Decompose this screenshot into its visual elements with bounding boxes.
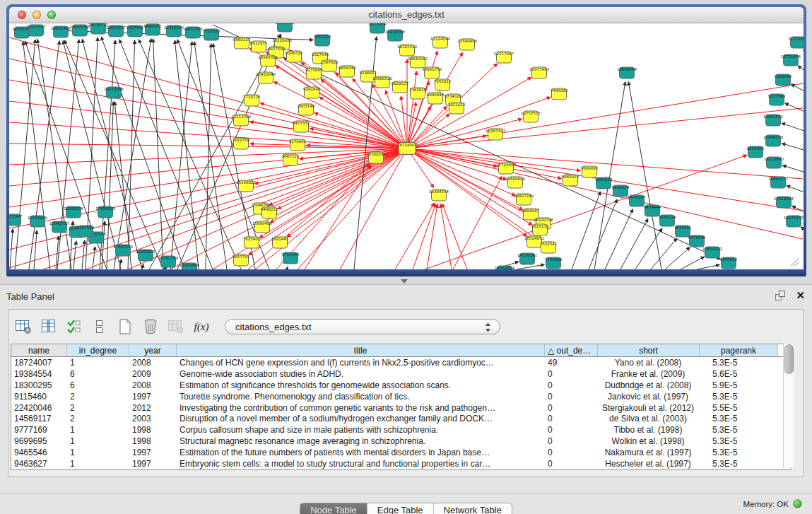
column-header-out_degree[interactable]: △ out_de…	[545, 344, 598, 356]
graph-node[interactable]: 11171952	[788, 37, 804, 48]
graph-node[interactable]: 14136141	[517, 253, 537, 264]
graph-node[interactable]: 15692971	[768, 177, 788, 188]
graph-node[interactable]: 8990448	[427, 93, 445, 104]
graph-node[interactable]: 9716485	[282, 252, 300, 264]
graph-node[interactable]: 20206576	[64, 206, 83, 218]
graph-node[interactable]: 9175685	[305, 68, 323, 79]
graph-node[interactable]: 12156829	[28, 216, 47, 227]
row-select-icon[interactable]	[65, 317, 83, 336]
graph-node[interactable]: 10653287	[106, 25, 126, 37]
graph-node[interactable]: 18807249	[514, 194, 534, 205]
graph-node[interactable]: 12923468	[180, 263, 199, 269]
table-settings-icon[interactable]	[14, 317, 33, 336]
graph-node[interactable]: 19565358	[70, 25, 90, 36]
graph-node[interactable]: 3315947	[9, 214, 23, 226]
graph-node[interactable]: 8667110	[282, 154, 300, 165]
graph-node[interactable]: 12444158	[763, 135, 783, 146]
graph-node[interactable]: 7955812	[434, 79, 452, 90]
graph-node[interactable]: 15751074	[781, 54, 801, 66]
graph-node[interactable]: 10167427	[486, 129, 505, 140]
graph-node[interactable]: 18724007	[397, 143, 417, 155]
graph-node[interactable]: 8822037	[392, 81, 409, 93]
canvas-resize-handle[interactable]	[789, 258, 799, 267]
graph-node[interactable]: 16543382	[258, 55, 278, 66]
graph-node[interactable]: 7857224	[314, 35, 331, 46]
table-row[interactable]: 1872400712008Changes of HCN gene express…	[11, 357, 791, 368]
graph-node[interactable]: 1840934	[595, 177, 613, 189]
graph-node[interactable]: 7625402	[243, 237, 261, 248]
cell-mode-icon[interactable]	[90, 317, 109, 336]
graph-node[interactable]: 9498222	[261, 207, 278, 218]
graph-node[interactable]: 11548498	[457, 39, 477, 50]
graph-node[interactable]: 18569914	[495, 266, 514, 269]
graph-node[interactable]: 18076311	[88, 23, 108, 34]
graph-node[interactable]: 7515523	[203, 29, 220, 40]
graph-node[interactable]: 16033809	[275, 23, 295, 32]
graph-node[interactable]: 16648784	[617, 67, 637, 78]
graph-node[interactable]: 2803144	[298, 104, 315, 115]
graph-node[interactable]: 15699489	[252, 221, 272, 233]
graph-node[interactable]: 10973493	[529, 67, 549, 78]
graph-node[interactable]: 15166827	[236, 180, 256, 192]
graph-node[interactable]: 9242848	[303, 87, 321, 98]
graph-node[interactable]: 12213399	[231, 115, 251, 126]
column-header-in_degree[interactable]: in_degree	[67, 344, 129, 356]
graph-node[interactable]: 9245652	[720, 257, 738, 269]
column-header-short[interactable]: short	[598, 344, 700, 356]
column-header-pagerank[interactable]: pagerank	[700, 344, 778, 356]
new-table-icon[interactable]	[116, 317, 134, 336]
table-row[interactable]: 1456911722003Disruption of a novel membe…	[11, 413, 791, 424]
graph-node[interactable]: 16782759	[158, 256, 178, 267]
delete-table-icon[interactable]	[141, 317, 160, 336]
graph-node[interactable]: 2935114	[659, 215, 676, 226]
graph-node[interactable]: 10719155	[164, 25, 184, 37]
table-row[interactable]: 946554611997Estimation of the future num…	[11, 447, 791, 458]
graph-node[interactable]: 20313557	[26, 25, 46, 36]
graph-node[interactable]: 8454749	[339, 66, 356, 77]
graph-node[interactable]: 12217987	[494, 52, 514, 63]
table-select-dropdown[interactable]: citations_edges.txt	[225, 319, 500, 334]
scrollbar-thumb[interactable]	[784, 344, 794, 374]
graph-node[interactable]: 12093582	[763, 115, 783, 126]
graph-node[interactable]: 8427552	[293, 121, 310, 132]
window-titlebar[interactable]: citations_edges.txt	[9, 7, 804, 23]
column-header-year[interactable]: year	[129, 344, 177, 356]
graph-node[interactable]: 1362615	[409, 88, 427, 99]
graph-node[interactable]: 20891406	[51, 26, 71, 37]
graph-node[interactable]: 19384554	[429, 189, 449, 201]
graph-node[interactable]: 9397588	[77, 226, 95, 237]
table-row[interactable]: 977716911998Corpus callosum shape and si…	[11, 424, 791, 436]
graph-node[interactable]: 8186328	[286, 51, 303, 62]
graph-node[interactable]: 1527602	[126, 25, 144, 37]
graph-node[interactable]: 11675337	[784, 216, 804, 227]
graph-node[interactable]: 8215955	[747, 146, 765, 158]
graph-node[interactable]: 18325419	[397, 45, 417, 56]
graph-node[interactable]: 9170041	[289, 139, 307, 151]
table-row[interactable]: 911546021997Tourette syndrome. Phenomeno…	[11, 391, 791, 402]
graph-node[interactable]: 1691443	[271, 237, 289, 248]
table-row[interactable]: 946362711997Embryonic stem cells: a mode…	[11, 458, 791, 469]
graph-node[interactable]: 1615132	[531, 224, 549, 235]
graph-node[interactable]: 15688520	[372, 76, 392, 88]
graph-node[interactable]: 1810754	[233, 138, 250, 149]
graph-node[interactable]: 1733426	[545, 257, 563, 269]
graph-node[interactable]: 12942757	[49, 221, 69, 233]
close-panel-icon[interactable]: ✕	[796, 290, 805, 301]
graph-node[interactable]: 16210643	[764, 157, 784, 168]
graph-node[interactable]: 16671355	[183, 27, 203, 38]
graph-node[interactable]: 9699695	[581, 166, 599, 177]
graph-node[interactable]: 12124549	[430, 37, 450, 48]
graph-node[interactable]: 2367608	[321, 60, 339, 71]
graph-node[interactable]: 18640910	[408, 57, 428, 68]
column-header-title[interactable]: title	[177, 344, 545, 356]
graph-node[interactable]: 8938924	[612, 185, 630, 197]
graph-node[interactable]: 10958107	[136, 250, 155, 261]
table-row[interactable]: 1938455462009Genome-wide association stu…	[11, 368, 791, 380]
graph-node[interactable]: 2522541	[540, 242, 558, 253]
graph-node[interactable]: 8660123	[233, 37, 251, 49]
graph-node[interactable]: 10688609	[505, 177, 525, 188]
graph-node[interactable]: 19218596	[385, 30, 405, 41]
graph-node[interactable]: 7485083	[551, 88, 568, 100]
graph-node[interactable]: 17959928	[95, 206, 115, 218]
function-builder-icon[interactable]: f(x)	[192, 317, 211, 336]
